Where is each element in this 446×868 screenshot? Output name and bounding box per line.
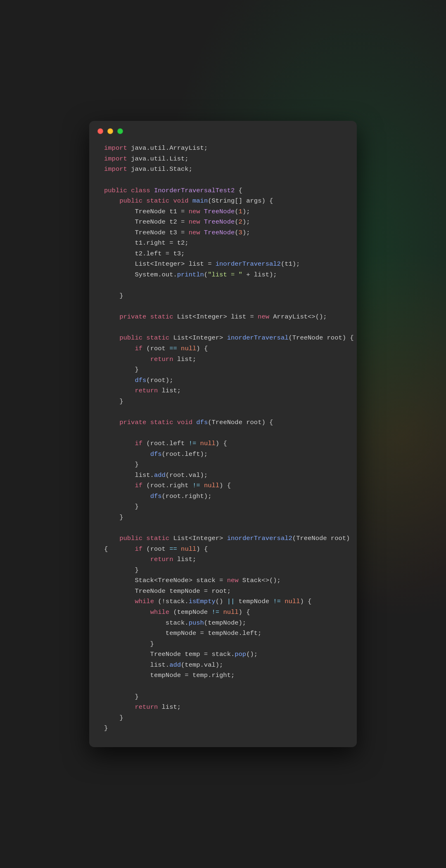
minimize-button[interactable] (107, 128, 113, 134)
close-button[interactable] (97, 128, 103, 134)
title-bar (89, 121, 357, 140)
code-window: import java.util.ArrayList; import java.… (89, 121, 357, 747)
maximize-button[interactable] (117, 128, 123, 134)
code-editor: import java.util.ArrayList; import java.… (89, 140, 357, 734)
